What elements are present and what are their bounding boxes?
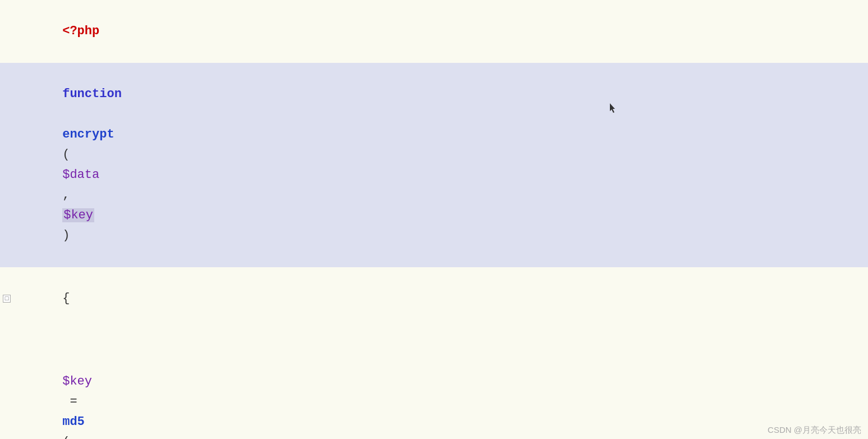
- brace-open-main: {: [62, 291, 70, 305]
- line-content-3: {: [12, 268, 70, 329]
- var-key: $key: [62, 374, 92, 388]
- code-line-1: <?php: [0, 0, 868, 63]
- line-content-2: function encrypt ( $data , $key ): [12, 64, 122, 266]
- param-key-highlighted: $key: [62, 208, 94, 222]
- code-line-4: $key = md5 ( 'ISCC' );: [0, 330, 868, 439]
- code-line-2: function encrypt ( $data , $key ): [0, 63, 868, 267]
- paren-open: (: [62, 148, 70, 162]
- code-line-3: □ {: [0, 267, 868, 330]
- fn-md5: md5: [62, 415, 85, 429]
- eq1: =: [62, 395, 85, 409]
- fold-gutter-3[interactable]: □: [0, 295, 12, 303]
- line-content-4: $key = md5 ( 'ISCC' );: [12, 331, 122, 439]
- fn-name: encrypt: [62, 127, 114, 141]
- paren2: (: [62, 435, 70, 439]
- comma: ,: [62, 188, 70, 202]
- space1: [62, 107, 70, 121]
- kw-function: function: [62, 87, 122, 101]
- param-data: $data: [62, 168, 99, 182]
- line-content-1: <?php: [12, 1, 99, 62]
- php-open-tag: <?php: [62, 24, 99, 38]
- watermark: CSDN @月亮今天也很亮: [768, 425, 861, 436]
- fold-indicator-3[interactable]: □: [3, 295, 11, 303]
- code-editor: <?php function encrypt ( $data , $key ) …: [0, 0, 868, 439]
- paren-close: ): [62, 228, 70, 243]
- indent1: [62, 354, 122, 368]
